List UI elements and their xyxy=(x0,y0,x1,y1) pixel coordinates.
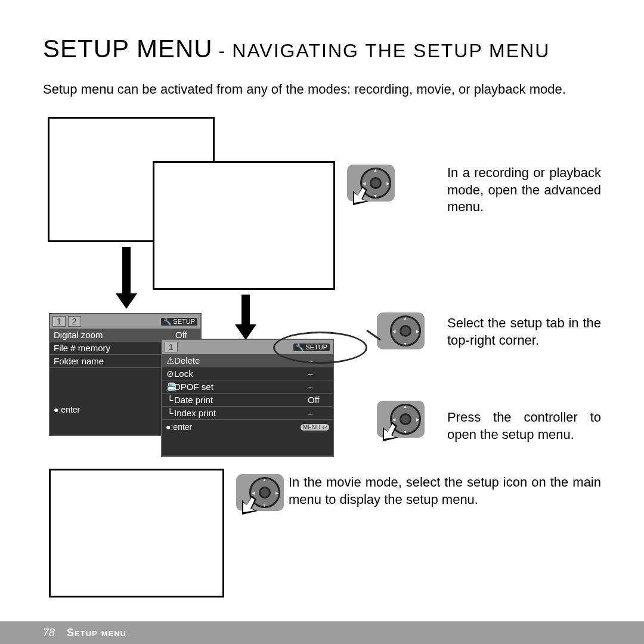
cursor-arrow-icon xyxy=(382,421,400,442)
title-sep: - xyxy=(219,40,227,62)
menu-row: ⚠Delete– xyxy=(162,354,333,367)
tab-1: 1 xyxy=(165,342,178,352)
cursor-arrow-icon xyxy=(241,494,259,516)
setup-tab: 🔧 SETUP xyxy=(293,343,330,352)
playback-mode-placeholder xyxy=(153,161,335,290)
connector-line-icon xyxy=(334,328,382,346)
menu-row: └Date printOff xyxy=(162,394,333,407)
section-name: Setup menu xyxy=(67,627,126,639)
tab-bar: 1 2 🔧 SETUP xyxy=(50,314,200,329)
tab-2: 2 xyxy=(68,316,81,327)
tab-bar: 1 🔧 SETUP xyxy=(162,340,333,354)
controller-knob-icon: ▲▼▶◀ xyxy=(377,312,425,349)
camera-screen-b: 1 🔧 SETUP ⚠Delete– ⊘Lock– 📇DPOF set– └Da… xyxy=(161,339,334,457)
title-sub: NAVIGATING THE SETUP MENU xyxy=(232,40,550,62)
footer-hint: ●:enter MENU ↩ xyxy=(162,420,333,434)
menu-row: └Index print– xyxy=(162,407,333,420)
page-title: SETUP MENU - NAVIGATING THE SETUP MENU xyxy=(43,35,550,63)
down-arrow-icon xyxy=(242,295,250,326)
step4-text: In the movie mode, select the setup icon… xyxy=(289,474,601,508)
wrench-icon: 🔧 xyxy=(163,318,172,326)
tab-1: 1 xyxy=(52,316,66,327)
menu-row: 📇DPOF set– xyxy=(162,380,333,394)
page-number: 78 xyxy=(43,627,55,639)
down-arrow-icon xyxy=(122,247,131,295)
setup-tab: 🔧 SETUP xyxy=(160,317,198,326)
controller-knob-icon: ▲▼▶◀ xyxy=(377,401,425,438)
step1-text: In a recording or playback mode, open th… xyxy=(447,165,601,216)
page-footer: 78 Setup menu xyxy=(0,621,644,644)
step3-text: Press the controller to open the setup m… xyxy=(447,409,601,443)
movie-mode-placeholder xyxy=(49,469,224,597)
menu-row: ⊘Lock– xyxy=(162,367,333,380)
controller-knob-icon: ▲▼▶◀ xyxy=(236,474,284,511)
controller-knob-icon: ▲▼▶◀ xyxy=(347,165,395,202)
title-main: SETUP MENU xyxy=(43,35,213,63)
intro-text: Setup menu can be activated from any of … xyxy=(43,81,601,98)
menu-chip: MENU ↩ xyxy=(301,424,329,431)
wrench-icon: 🔧 xyxy=(296,343,304,351)
cursor-arrow-icon xyxy=(352,185,370,206)
svg-line-2 xyxy=(367,330,380,340)
step2-text: Select the setup tab in the top-right co… xyxy=(447,315,601,349)
